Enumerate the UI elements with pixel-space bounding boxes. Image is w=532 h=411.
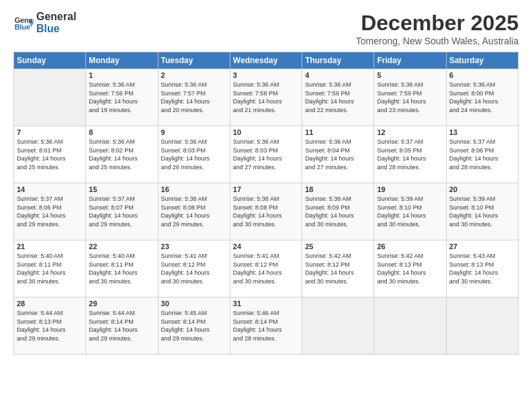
day-cell: 7Sunrise: 5:36 AMSunset: 8:01 PMDaylight…	[14, 126, 86, 183]
day-number: 7	[17, 128, 83, 136]
day-number: 25	[305, 242, 371, 250]
day-cell: 28Sunrise: 5:44 AMSunset: 8:13 PMDayligh…	[14, 298, 86, 355]
day-detail: Sunrise: 5:36 AMSunset: 8:03 PMDaylight:…	[161, 138, 227, 171]
day-cell: 10Sunrise: 5:36 AMSunset: 8:03 PMDayligh…	[230, 126, 302, 183]
day-number: 13	[449, 128, 515, 136]
title-block: December 2025 Tomerong, New South Wales,…	[356, 11, 519, 46]
day-detail: Sunrise: 5:40 AMSunset: 8:11 PMDaylight:…	[89, 252, 154, 285]
day-number: 2	[161, 71, 227, 79]
day-number: 10	[233, 128, 299, 136]
day-detail: Sunrise: 5:36 AMSunset: 8:02 PMDaylight:…	[89, 138, 154, 171]
day-detail: Sunrise: 5:46 AMSunset: 8:14 PMDaylight:…	[233, 309, 299, 342]
week-row-3: 14Sunrise: 5:37 AMSunset: 8:06 PMDayligh…	[14, 183, 519, 240]
day-detail: Sunrise: 5:36 AMSunset: 7:57 PMDaylight:…	[161, 81, 227, 114]
location-title: Tomerong, New South Wales, Australia	[356, 36, 519, 46]
day-detail: Sunrise: 5:36 AMSunset: 7:56 PMDaylight:…	[89, 81, 154, 114]
day-number: 24	[233, 242, 299, 250]
day-cell: 8Sunrise: 5:36 AMSunset: 8:02 PMDaylight…	[86, 126, 158, 183]
day-cell	[446, 298, 518, 355]
day-cell: 24Sunrise: 5:41 AMSunset: 8:12 PMDayligh…	[230, 240, 302, 298]
day-cell: 12Sunrise: 5:37 AMSunset: 8:05 PMDayligh…	[374, 126, 446, 183]
day-number: 17	[233, 185, 299, 193]
day-number: 31	[233, 300, 299, 308]
header-thursday: Thursday	[302, 52, 374, 69]
day-detail: Sunrise: 5:36 AMSunset: 7:59 PMDaylight:…	[305, 81, 371, 114]
day-cell: 6Sunrise: 5:36 AMSunset: 8:00 PMDaylight…	[446, 69, 518, 126]
day-detail: Sunrise: 5:44 AMSunset: 8:13 PMDaylight:…	[17, 309, 83, 342]
day-cell: 4Sunrise: 5:36 AMSunset: 7:59 PMDaylight…	[302, 69, 374, 126]
day-detail: Sunrise: 5:38 AMSunset: 8:08 PMDaylight:…	[233, 195, 299, 228]
day-cell: 20Sunrise: 5:39 AMSunset: 8:10 PMDayligh…	[446, 183, 518, 240]
day-detail: Sunrise: 5:37 AMSunset: 8:06 PMDaylight:…	[17, 195, 83, 228]
day-detail: Sunrise: 5:36 AMSunset: 7:58 PMDaylight:…	[233, 81, 299, 114]
svg-text:Blue: Blue	[15, 23, 30, 31]
day-number: 21	[17, 242, 83, 250]
day-number: 22	[89, 242, 154, 250]
day-number: 20	[449, 185, 515, 193]
day-cell: 26Sunrise: 5:42 AMSunset: 8:13 PMDayligh…	[374, 240, 446, 298]
day-detail: Sunrise: 5:42 AMSunset: 8:13 PMDaylight:…	[377, 252, 443, 285]
day-cell	[14, 69, 86, 126]
day-number: 6	[449, 71, 515, 79]
day-cell: 30Sunrise: 5:45 AMSunset: 8:14 PMDayligh…	[158, 298, 230, 355]
day-detail: Sunrise: 5:42 AMSunset: 8:12 PMDaylight:…	[305, 252, 371, 285]
calendar-table: SundayMondayTuesdayWednesdayThursdayFrid…	[13, 52, 519, 355]
day-number: 5	[377, 71, 443, 79]
day-cell: 13Sunrise: 5:37 AMSunset: 8:06 PMDayligh…	[446, 126, 518, 183]
day-detail: Sunrise: 5:37 AMSunset: 8:06 PMDaylight:…	[449, 138, 515, 171]
main-container: General Blue General Blue December 2025 …	[0, 0, 532, 361]
day-number: 16	[161, 185, 227, 193]
day-detail: Sunrise: 5:38 AMSunset: 8:09 PMDaylight:…	[305, 195, 371, 228]
week-row-5: 28Sunrise: 5:44 AMSunset: 8:13 PMDayligh…	[14, 298, 519, 355]
day-cell: 9Sunrise: 5:36 AMSunset: 8:03 PMDaylight…	[158, 126, 230, 183]
day-cell: 14Sunrise: 5:37 AMSunset: 8:06 PMDayligh…	[14, 183, 86, 240]
day-detail: Sunrise: 5:41 AMSunset: 8:12 PMDaylight:…	[161, 252, 227, 285]
day-cell: 23Sunrise: 5:41 AMSunset: 8:12 PMDayligh…	[158, 240, 230, 298]
day-number: 8	[89, 128, 154, 136]
header-row: SundayMondayTuesdayWednesdayThursdayFrid…	[14, 52, 519, 69]
day-cell: 2Sunrise: 5:36 AMSunset: 7:57 PMDaylight…	[158, 69, 230, 126]
day-cell: 18Sunrise: 5:38 AMSunset: 8:09 PMDayligh…	[302, 183, 374, 240]
day-cell: 31Sunrise: 5:46 AMSunset: 8:14 PMDayligh…	[230, 298, 302, 355]
day-detail: Sunrise: 5:41 AMSunset: 8:12 PMDaylight:…	[233, 252, 299, 285]
day-cell: 25Sunrise: 5:42 AMSunset: 8:12 PMDayligh…	[302, 240, 374, 298]
header-tuesday: Tuesday	[158, 52, 230, 69]
day-detail: Sunrise: 5:36 AMSunset: 8:03 PMDaylight:…	[233, 138, 299, 171]
header-monday: Monday	[86, 52, 158, 69]
day-number: 9	[161, 128, 227, 136]
day-cell: 27Sunrise: 5:43 AMSunset: 8:13 PMDayligh…	[446, 240, 518, 298]
day-cell: 15Sunrise: 5:37 AMSunset: 8:07 PMDayligh…	[86, 183, 158, 240]
header-sunday: Sunday	[14, 52, 86, 69]
day-number: 18	[305, 185, 371, 193]
day-detail: Sunrise: 5:37 AMSunset: 8:05 PMDaylight:…	[377, 138, 443, 171]
day-number: 11	[305, 128, 371, 136]
day-cell: 17Sunrise: 5:38 AMSunset: 8:08 PMDayligh…	[230, 183, 302, 240]
day-number: 4	[305, 71, 371, 79]
day-detail: Sunrise: 5:36 AMSunset: 7:59 PMDaylight:…	[377, 81, 443, 114]
logo: General Blue General Blue	[13, 11, 77, 34]
day-detail: Sunrise: 5:40 AMSunset: 8:11 PMDaylight:…	[17, 252, 83, 285]
day-detail: Sunrise: 5:43 AMSunset: 8:13 PMDaylight:…	[449, 252, 515, 285]
logo-general: General	[36, 11, 77, 23]
day-detail: Sunrise: 5:38 AMSunset: 8:08 PMDaylight:…	[161, 195, 227, 228]
day-cell: 22Sunrise: 5:40 AMSunset: 8:11 PMDayligh…	[86, 240, 158, 298]
month-title: December 2025	[356, 11, 519, 36]
week-row-4: 21Sunrise: 5:40 AMSunset: 8:11 PMDayligh…	[14, 240, 519, 298]
header-friday: Friday	[374, 52, 446, 69]
day-number: 23	[161, 242, 227, 250]
day-detail: Sunrise: 5:36 AMSunset: 8:00 PMDaylight:…	[449, 81, 515, 114]
week-row-1: 1Sunrise: 5:36 AMSunset: 7:56 PMDaylight…	[14, 69, 519, 126]
day-number: 29	[89, 300, 154, 308]
day-cell: 3Sunrise: 5:36 AMSunset: 7:58 PMDaylight…	[230, 69, 302, 126]
day-cell: 19Sunrise: 5:39 AMSunset: 8:10 PMDayligh…	[374, 183, 446, 240]
day-detail: Sunrise: 5:44 AMSunset: 8:14 PMDaylight:…	[89, 309, 154, 342]
day-number: 14	[17, 185, 83, 193]
day-detail: Sunrise: 5:36 AMSunset: 8:01 PMDaylight:…	[17, 138, 83, 171]
day-number: 28	[17, 300, 83, 308]
day-number: 30	[161, 300, 227, 308]
day-detail: Sunrise: 5:45 AMSunset: 8:14 PMDaylight:…	[161, 309, 227, 342]
day-cell: 11Sunrise: 5:36 AMSunset: 8:04 PMDayligh…	[302, 126, 374, 183]
week-row-2: 7Sunrise: 5:36 AMSunset: 8:01 PMDaylight…	[14, 126, 519, 183]
header-saturday: Saturday	[446, 52, 518, 69]
day-number: 15	[89, 185, 154, 193]
